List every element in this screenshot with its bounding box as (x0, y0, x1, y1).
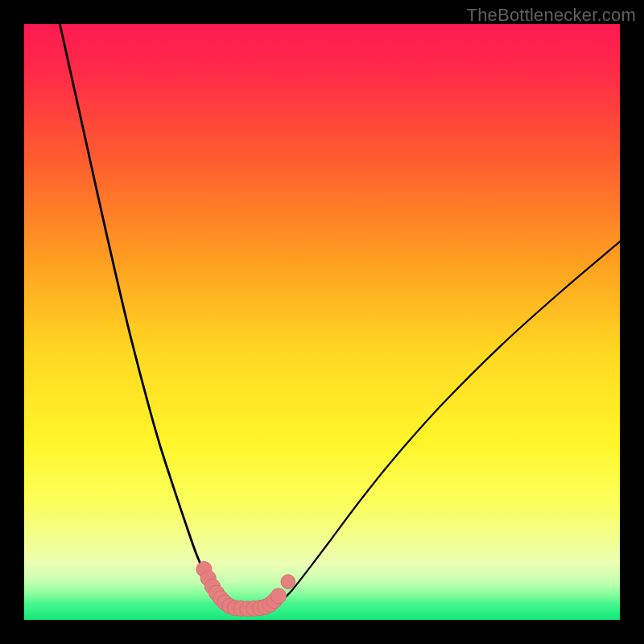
chart-frame: TheBottlenecker.com (0, 0, 644, 644)
markers-group (196, 561, 295, 616)
curve-right-curve (270, 242, 620, 607)
chart-svg (24, 24, 620, 620)
valley-marker (281, 575, 295, 589)
series-group (60, 24, 620, 609)
valley-marker (270, 588, 286, 604)
watermark-text: TheBottlenecker.com (467, 5, 636, 26)
curve-left-curve (60, 24, 231, 607)
